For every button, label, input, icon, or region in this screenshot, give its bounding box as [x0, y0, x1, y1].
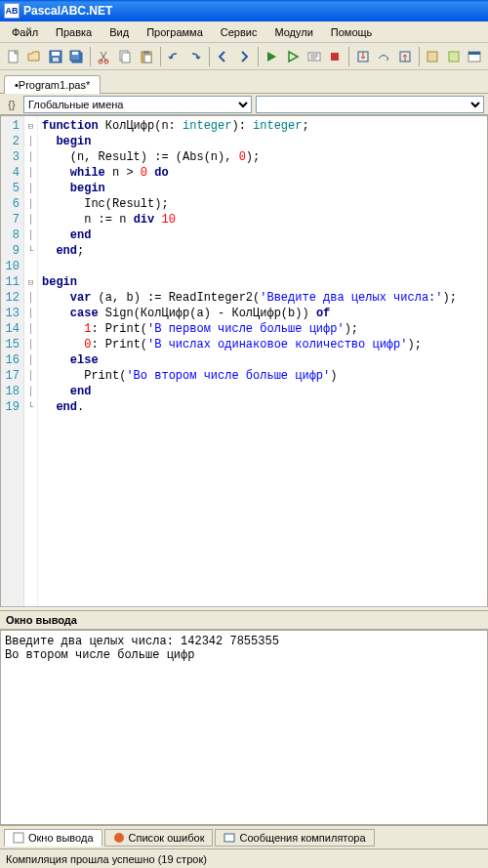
save-icon[interactable] — [46, 46, 65, 67]
module-icon[interactable] — [423, 46, 442, 67]
menu-service[interactable]: Сервис — [213, 24, 265, 40]
toolbar-separator — [90, 47, 91, 66]
menu-edit[interactable]: Правка — [48, 24, 100, 40]
svg-rect-13 — [144, 55, 151, 62]
run-icon[interactable] — [263, 46, 282, 67]
output-panel-title: Окно вывода — [0, 611, 488, 630]
window-title: PascalABC.NET — [23, 4, 112, 18]
module2-icon[interactable] — [444, 46, 464, 67]
stop-icon[interactable] — [325, 46, 345, 67]
new-file-icon[interactable] — [4, 46, 23, 67]
menu-help[interactable]: Помощь — [323, 24, 381, 40]
tab-errors[interactable]: Список ошибок — [104, 829, 214, 847]
redo-icon[interactable] — [185, 46, 205, 67]
svg-rect-19 — [449, 52, 459, 62]
toolbar-separator — [419, 47, 420, 66]
run-no-debug-icon[interactable] — [283, 46, 303, 67]
svg-rect-22 — [14, 833, 23, 843]
file-tab-bar: •Program1.pas* — [0, 70, 488, 94]
code-editor[interactable]: 12345678910111213141516171819 ⊟│││││││└ … — [0, 115, 488, 607]
step-into-icon[interactable] — [353, 46, 373, 67]
compile-icon[interactable] — [305, 46, 324, 67]
svg-rect-12 — [143, 51, 149, 54]
toolbar-separator — [209, 47, 210, 66]
messages-tab-icon — [224, 832, 235, 844]
toolbar-separator — [348, 47, 349, 66]
svg-rect-21 — [468, 52, 480, 55]
cut-icon[interactable] — [95, 46, 114, 67]
file-tab-program1[interactable]: •Program1.pas* — [4, 75, 101, 94]
app-icon: AB — [4, 3, 20, 19]
nav-back-icon[interactable] — [214, 46, 233, 67]
line-number-gutter: 12345678910111213141516171819 — [1, 116, 24, 606]
step-over-icon[interactable] — [374, 46, 393, 67]
window-titlebar: AB PascalABC.NET — [0, 0, 488, 21]
bottom-tab-bar: Окно вывода Список ошибок Сообщения комп… — [0, 825, 488, 848]
form-icon[interactable] — [466, 46, 485, 67]
undo-icon[interactable] — [165, 46, 184, 67]
output-tab-icon — [13, 832, 24, 844]
toolbar — [0, 43, 488, 70]
svg-point-23 — [114, 833, 124, 843]
scope-globe-icon: {} — [4, 97, 20, 112]
open-file-icon[interactable] — [25, 46, 45, 67]
menu-view[interactable]: Вид — [102, 24, 137, 40]
svg-rect-6 — [72, 52, 78, 55]
tab-compiler-messages[interactable]: Сообщения компилятора — [215, 829, 374, 847]
paste-icon[interactable] — [137, 46, 156, 67]
scope-select[interactable]: Глобальные имена — [23, 96, 252, 113]
status-text: Компиляция прошла успешно (19 строк) — [6, 853, 207, 865]
fold-gutter[interactable]: ⊟│││││││└ ⊟│││││││└ — [24, 116, 38, 606]
menu-file[interactable]: Файл — [4, 24, 46, 40]
nav-forward-icon[interactable] — [234, 46, 254, 67]
menu-program[interactable]: Программа — [139, 24, 211, 40]
menubar: Файл Правка Вид Программа Сервис Модули … — [0, 21, 488, 43]
output-panel[interactable]: Введите два целых числа: 142342 7855355 … — [0, 630, 488, 825]
statusbar: Компиляция прошла успешно (19 строк) — [0, 848, 488, 868]
toolbar-separator — [160, 47, 161, 66]
code-area[interactable]: function КолЦифр(n: integer): integer; b… — [38, 116, 487, 606]
step-out-icon[interactable] — [395, 46, 415, 67]
svg-rect-18 — [427, 52, 437, 62]
svg-rect-15 — [331, 53, 339, 61]
svg-rect-3 — [53, 58, 59, 62]
tab-output[interactable]: Окно вывода — [4, 829, 102, 847]
save-all-icon[interactable] — [67, 46, 87, 67]
toolbar-separator — [258, 47, 259, 66]
menu-modules[interactable]: Модули — [266, 24, 320, 40]
copy-icon[interactable] — [116, 46, 136, 67]
scope-select-2[interactable] — [256, 96, 484, 113]
error-tab-icon — [113, 832, 125, 844]
svg-rect-10 — [122, 53, 130, 62]
svg-rect-24 — [224, 834, 234, 842]
scope-bar: {} Глобальные имена — [0, 94, 488, 115]
svg-rect-2 — [52, 52, 60, 56]
